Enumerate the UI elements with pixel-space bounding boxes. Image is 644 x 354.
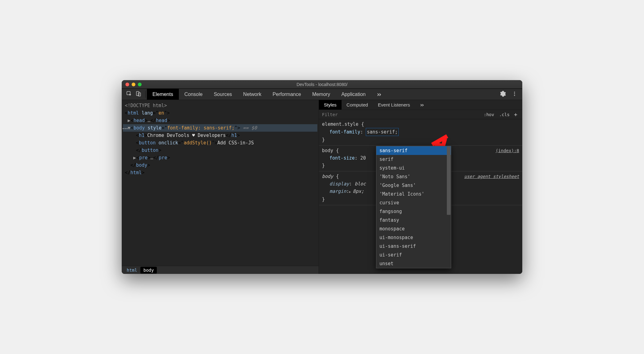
main-panels: <!DOCTYPE html> <html lang="en"> ▶<head>… (122, 100, 522, 274)
tab-sources[interactable]: Sources (208, 89, 238, 100)
cls-toggle[interactable]: .cls (497, 112, 512, 117)
styles-filter-input[interactable] (322, 112, 481, 117)
minimize-window-button[interactable] (132, 83, 135, 86)
autocomplete-option[interactable]: fangsong (376, 207, 451, 216)
svg-point-4 (514, 93, 515, 94)
kebab-menu-icon[interactable] (512, 91, 517, 98)
styles-rules[interactable]: element.style { font-family: sans-serif;… (319, 119, 522, 274)
titlebar: DevTools - localhost:8080/ (122, 80, 522, 89)
autocomplete-option[interactable]: ui-sans-serif (376, 242, 451, 251)
autocomplete-option[interactable]: 'Material Icons' (376, 190, 451, 198)
styles-subtabs: Styles Computed Event Listeners (319, 100, 522, 110)
subtabs-overflow[interactable] (415, 100, 430, 110)
svg-rect-1 (136, 91, 139, 95)
dom-tree[interactable]: <!DOCTYPE html> <html lang="en"> ▶<head>… (122, 100, 319, 266)
window-title: DevTools - localhost:8080/ (122, 82, 522, 87)
settings-icon[interactable] (500, 91, 506, 98)
new-style-rule-button[interactable]: + (512, 111, 519, 118)
autocomplete-option[interactable]: sans-serif (376, 146, 451, 155)
autocomplete-option[interactable]: 'Google Sans' (376, 181, 451, 190)
devtools-window: DevTools - localhost:8080/ Elements Cons… (122, 80, 522, 274)
traffic-lights (122, 83, 142, 86)
style-rule-element[interactable]: element.style { font-family: sans-serif;… (319, 119, 522, 146)
styles-panel: Styles Computed Event Listeners :hov .cl… (319, 100, 522, 274)
doctype: <!DOCTYPE html> (125, 103, 167, 108)
maximize-window-button[interactable] (138, 83, 142, 86)
font-family-value-input[interactable]: sans-serif; (366, 128, 398, 136)
elements-panel: <!DOCTYPE html> <html lang="en"> ▶<head>… (122, 100, 319, 274)
dropdown-scrollbar[interactable] (447, 147, 451, 268)
autocomplete-option[interactable]: serif (376, 155, 451, 164)
tab-performance[interactable]: Performance (267, 89, 307, 100)
rule-source-ua: user agent stylesheet (464, 173, 519, 180)
filter-bar: :hov .cls + (319, 110, 522, 119)
svg-point-5 (514, 95, 515, 96)
tab-elements[interactable]: Elements (147, 89, 179, 100)
close-window-button[interactable] (125, 83, 129, 86)
autocomplete-option[interactable]: system-ui (376, 164, 451, 172)
tabs-overflow[interactable] (371, 89, 388, 100)
rule-source-link[interactable]: (index):8 (496, 147, 519, 154)
svg-point-3 (514, 92, 515, 93)
crumb-html[interactable]: html (124, 267, 140, 274)
toolbar-left-icons (124, 89, 144, 100)
autocomplete-option[interactable]: monospace (376, 225, 451, 233)
inspect-icon[interactable] (126, 91, 132, 98)
subtab-styles[interactable]: Styles (319, 100, 342, 110)
hov-toggle[interactable]: :hov (481, 112, 497, 117)
selected-dom-node[interactable]: ▼<body style="font-family: sans-serif;">… (123, 124, 317, 132)
autocomplete-dropdown[interactable]: sans-serif serif system-ui 'Noto Sans' '… (376, 146, 451, 268)
breadcrumb: html body (122, 266, 319, 274)
autocomplete-option[interactable]: cursive (376, 198, 451, 207)
tab-application[interactable]: Application (336, 89, 371, 100)
autocomplete-option[interactable]: fantasy (376, 216, 451, 225)
autocomplete-option[interactable]: ui-serif (376, 251, 451, 259)
crumb-body[interactable]: body (140, 267, 157, 274)
device-toggle-icon[interactable] (135, 91, 142, 98)
subtab-computed[interactable]: Computed (342, 100, 373, 110)
main-tabbar: Elements Console Sources Network Perform… (122, 89, 522, 100)
autocomplete-option[interactable]: unset (376, 259, 451, 268)
subtab-event-listeners[interactable]: Event Listeners (373, 100, 415, 110)
tab-console[interactable]: Console (179, 89, 208, 100)
autocomplete-option[interactable]: ui-monospace (376, 233, 451, 242)
autocomplete-option[interactable]: 'Noto Sans' (376, 172, 451, 181)
tab-memory[interactable]: Memory (306, 89, 336, 100)
separator (145, 91, 146, 98)
tab-network[interactable]: Network (238, 89, 267, 100)
